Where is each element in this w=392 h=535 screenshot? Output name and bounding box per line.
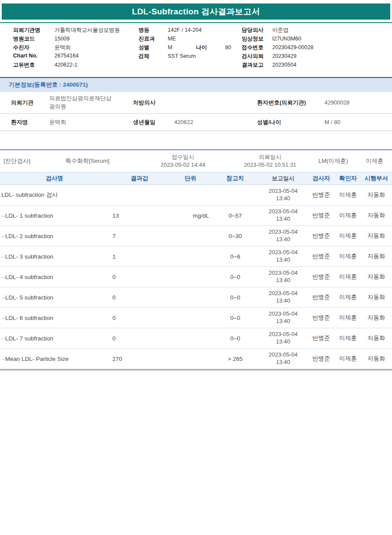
result-value: 0 <box>109 315 170 321</box>
field-value: 20230429-00028 <box>272 44 314 50</box>
report-date: 2023-05-04 <box>259 229 307 236</box>
department: 자동화 <box>361 212 392 219</box>
field-test-request: 검사의뢰 20230429 <box>242 53 392 61</box>
verifier: 이제훈 <box>335 334 361 342</box>
field-value: 가톨릭대학교서울성모병원 <box>54 27 120 34</box>
field-label: 검체 <box>139 53 168 60</box>
field-label: Chart No. <box>13 53 54 59</box>
field-patient: 수진자 윤택희 <box>13 44 139 53</box>
field-label: 고유번호 <box>13 61 54 69</box>
report-time: 13:40 <box>259 215 307 223</box>
field-label: 진료과 <box>139 35 168 43</box>
results-header-row: 검사명 결과값 단위 참고치 보고일시 검사자 확인자 시행부서 <box>0 172 392 185</box>
report-datetime: 2023-05-04 13:40 <box>259 249 307 264</box>
header-department: 시행부서 <box>361 175 392 182</box>
header-info-middle: 병동 142F / 14-204 진료과 ME 성별 M 나이 80 검체 SS… <box>139 27 242 70</box>
field-value: I27UN3M60 <box>272 36 301 42</box>
field-value: 80 <box>225 44 231 50</box>
field-label: 병원코드 <box>13 35 54 43</box>
field-value: 20230504 <box>272 62 297 68</box>
report-title: LDL-Subfraction 검사결과보고서 <box>132 6 260 17</box>
field-label: 결과보고 <box>242 61 272 69</box>
tester: 반병준 <box>307 252 335 260</box>
tester: 반병준 <box>307 293 335 301</box>
result-value: 0 <box>109 294 170 301</box>
report-date: 2023-05-04 <box>259 188 307 195</box>
report-date: 2023-05-04 <box>259 208 307 215</box>
basic-info-row: 의뢰기관 의료법인삼광의료재단삼광의원 처방의사 환자번호(의뢰기관) 4290… <box>0 92 392 114</box>
report-datetime: 2023-05-04 13:40 <box>259 208 307 223</box>
basic-info-header: 기본정보(등록번호 : 2400571) <box>0 78 392 92</box>
verifier: 이제훈 <box>335 252 361 260</box>
results-table: 검사명 결과값 단위 참고치 보고일시 검사자 확인자 시행부서 LDL- su… <box>0 172 392 370</box>
patient-name-label: 환자명 <box>11 118 49 126</box>
test-name: ··LDL- 7 subfraction <box>0 335 109 342</box>
field-receipt-no: 접수번호 20230429-00028 <box>242 44 392 53</box>
field-value: 26754164 <box>54 53 79 59</box>
report-time: 13:40 <box>259 318 307 325</box>
report-datetime: 2023-05-04 13:40 <box>259 351 307 366</box>
report-datetime: 2023-05-04 13:40 <box>259 269 307 284</box>
requesting-institution-value: 의료법인삼광의료재단삼광의원 <box>49 94 133 111</box>
report-date: 2023-05-04 <box>259 249 307 256</box>
header-info-left: 의뢰기관명 가톨릭대학교서울성모병원 병원코드 15009 수진자 윤택희 Ch… <box>13 27 139 70</box>
result-row: ··LDL- 6 subfraction 0 0~0 2023-05-04 13… <box>0 308 392 328</box>
field-value: 15009 <box>54 36 70 42</box>
result-row: ··LDL- 5 subfraction 0 0~0 2023-05-04 13… <box>0 287 392 308</box>
report-date: 2023-05-04 <box>259 351 307 359</box>
department: 자동화 <box>361 355 392 363</box>
request-label: 의뢰일시 <box>231 153 309 161</box>
field-label: 임상정보 <box>242 35 272 43</box>
report-time: 13:40 <box>259 195 307 202</box>
header-result: 결과값 <box>109 175 170 182</box>
request-datetime: 의뢰일시 2023-05-02 10:51:31 <box>231 153 309 168</box>
field-value: 윤택희 <box>54 44 71 51</box>
department: 자동화 <box>361 293 392 301</box>
header-info-right: 담당의사 이준엽 임상정보 I27UN3M60 접수번호 20230429-00… <box>242 27 392 70</box>
verifier: 이제훈 <box>335 191 361 199</box>
header-report-datetime: 보고일시 <box>259 175 307 182</box>
patient-name-value: 윤택희 <box>49 118 133 126</box>
report-datetime: 2023-05-04 13:40 <box>259 331 307 346</box>
header-info-section: 의뢰기관명 가톨릭대학교서울성모병원 병원코드 15009 수진자 윤택희 Ch… <box>0 23 392 75</box>
field-value: 이준엽 <box>272 27 289 34</box>
lab-name: LM(이제훈) <box>309 157 357 165</box>
field-unique-no: 고유번호 420622-1 <box>13 61 139 70</box>
receipt-label: 접수일시 <box>135 153 231 161</box>
test-type: 특수화학[Serum] <box>65 157 135 165</box>
field-label: 접수번호 <box>242 44 272 51</box>
report-time: 13:40 <box>259 236 307 243</box>
sex-age-value: M / 80 <box>324 119 392 125</box>
result-row: ··LDL- 2 subfraction 7 0~30 2023-05-04 1… <box>0 226 392 246</box>
result-row: ··LDL- 4 subfraction 0 0~0 2023-05-04 13… <box>0 267 392 287</box>
header-unit: 단위 <box>170 175 211 182</box>
birth-date-value: 420622 <box>174 119 257 125</box>
report-date: 2023-05-04 <box>259 269 307 277</box>
result-value: 7 <box>109 233 170 239</box>
reporter-name: 이제훈 <box>357 157 392 165</box>
field-result-report: 결과보고 20230504 <box>242 61 392 70</box>
field-value: SST Serum <box>168 53 196 59</box>
field-label: 나이 <box>196 44 225 51</box>
sex-age-label: 성별/나이 <box>257 118 324 126</box>
verifier: 이제훈 <box>335 314 361 322</box>
basic-info-title: 기본정보(등록번호 : 2400571) <box>9 81 88 88</box>
reference-range: 0~30 <box>211 233 259 239</box>
requesting-institution-label: 의뢰기관 <box>11 99 49 107</box>
field-department: 진료과 ME <box>139 35 242 44</box>
test-name: ··Mean LDL- Particle Size <box>0 356 109 362</box>
result-value: 13 <box>109 212 170 219</box>
field-sex-age: 성별 M 나이 80 <box>139 44 242 53</box>
tester: 반병준 <box>307 273 335 281</box>
result-row: ··Mean LDL- Particle Size 270 > 265 2023… <box>0 349 392 369</box>
reference-range: 0~0 <box>211 294 259 301</box>
result-value: 1 <box>109 253 170 260</box>
department: 자동화 <box>361 314 392 322</box>
lab-report-page: LDL-Subfraction 검사결과보고서 의뢰기관명 가톨릭대학교서울성모… <box>0 3 392 370</box>
test-meta-row: [진단검사] 특수화학[Serum] 접수일시 2023-05-02 14:44… <box>0 150 392 172</box>
reference-range: > 265 <box>211 356 259 362</box>
test-name: ··LDL- 2 subfraction <box>0 233 109 239</box>
report-date: 2023-05-04 <box>259 310 307 318</box>
department: 자동화 <box>361 252 392 260</box>
report-datetime: 2023-05-04 13:40 <box>259 290 307 305</box>
